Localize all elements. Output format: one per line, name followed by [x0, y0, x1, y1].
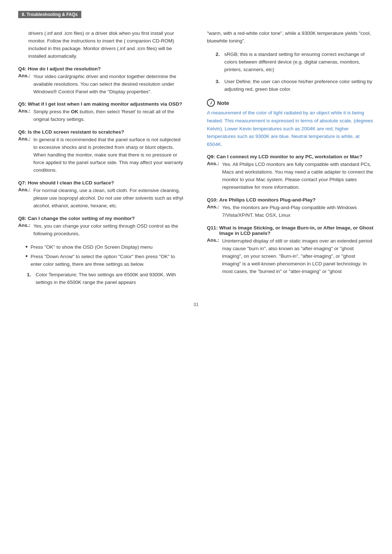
q11-ans-label: Ans.:	[207, 237, 221, 276]
q11-block: Q11: What is Image Sticking, or Image Bu…	[207, 225, 374, 276]
numbered-list-left: 1. Color Temperature; The two settings a…	[27, 271, 185, 286]
two-column-layout: drivers (.inf and .icm files) or a drive…	[0, 30, 392, 291]
right-intro: "warm, with a red-white color tone", whi…	[207, 30, 374, 45]
q10-label: Q10:	[207, 197, 218, 203]
q8-ans-label: Ans.:	[18, 223, 32, 238]
num-label-1: 1.	[27, 271, 33, 286]
q10-question: Are Philips LCD monitors Plug-and-Play?	[219, 197, 316, 203]
num-text-1: Color Temperature; The two settings are …	[36, 271, 185, 286]
q9-ans-label: Ans.:	[207, 161, 221, 191]
q5-label: Q5:	[18, 101, 26, 107]
q4-question-line: Q4: How do I adjust the resolution?	[18, 66, 185, 72]
section-header: 8. Troubleshooting & FAQs	[18, 11, 81, 18]
q5-answer-line: Ans.: Simply press the OK button, then s…	[18, 108, 185, 123]
q8-question-line: Q8: Can I change the color setting of my…	[18, 216, 185, 221]
q7-answer: For normal cleaning, use a clean, soft c…	[33, 187, 185, 210]
q4-block: Q4: How do I adjust the resolution? Ans.…	[18, 66, 185, 96]
num-item-1: 1. Color Temperature; The two settings a…	[27, 271, 185, 286]
q4-ans-label: Ans.:	[18, 73, 32, 96]
q4-question: How do I adjust the resolution?	[28, 66, 101, 72]
page-number: 31	[0, 302, 392, 307]
q11-label: Q11:	[207, 225, 218, 236]
q7-block: Q7: How should I clean the LCD surface? …	[18, 180, 185, 210]
q8-question: Can I change the color setting of my mon…	[28, 216, 135, 221]
ok-bold: OK	[71, 109, 78, 114]
num-item-2: 2. sRGB; this is a standard setting for …	[216, 51, 374, 74]
num-label-2: 2.	[216, 51, 221, 74]
note-icon: 𝑖	[207, 99, 215, 107]
q5-block: Q5: What if I get lost when I am making …	[18, 101, 185, 123]
q6-block: Q6: Is the LCD screen resistant to scrat…	[18, 129, 185, 174]
num-text-3: User Define; the user can choose his/her…	[224, 78, 374, 93]
q8-block: Q8: Can I change the color setting of my…	[18, 216, 185, 238]
intro-text: drivers (.inf and .icm files) or a drive…	[18, 30, 185, 60]
q11-question-line: Q11: What is Image Sticking, or Image Bu…	[207, 225, 374, 236]
bullet-dot-2: •	[25, 253, 28, 268]
intro-block: drivers (.inf and .icm files) or a drive…	[18, 30, 185, 60]
q11-question: What is Image Sticking, or Image Burn-in…	[219, 225, 374, 236]
note-box: 𝑖 Note A measurement of the color of lig…	[207, 99, 374, 148]
q9-question-line: Q9: Can I connect my LCD monitor to any …	[207, 154, 374, 159]
q9-question: Can I connect my LCD monitor to any PC, …	[217, 154, 363, 159]
q8-answer-line: Ans.: Yes, you can change your color set…	[18, 223, 185, 238]
bullet-dot-1: •	[25, 244, 28, 251]
left-column: drivers (.inf and .icm files) or a drive…	[0, 30, 196, 291]
q7-question-line: Q7: How should I clean the LCD surface?	[18, 180, 185, 186]
q5-answer: Simply press the OK button, then select …	[33, 108, 185, 123]
q6-question-line: Q6: Is the LCD screen resistant to scrat…	[18, 129, 185, 135]
right-column: "warm, with a red-white color tone", whi…	[196, 30, 392, 291]
q10-answer: Yes, the monitors are Plug-and-Play comp…	[222, 204, 374, 219]
bullet-text-1: Press "OK" to show the OSD (On Screen Di…	[30, 244, 152, 251]
q6-question: Is the LCD screen resistant to scratches…	[28, 129, 124, 135]
q7-question: How should I clean the LCD surface?	[28, 180, 114, 186]
q5-question: What if I get lost when I am making moni…	[28, 101, 182, 107]
q11-answer: Uninterrupted display of still or static…	[222, 237, 374, 276]
q10-answer-line: Ans.: Yes, the monitors are Plug-and-Pla…	[207, 204, 374, 219]
q8-label: Q8:	[18, 216, 26, 221]
q9-answer: Yes. All Philips LCD monitors are fully …	[222, 161, 374, 191]
q11-answer-line: Ans.: Uninterrupted display of still or …	[207, 237, 374, 276]
num-item-3: 3. User Define; the user can choose his/…	[216, 78, 374, 93]
page: 8. Troubleshooting & FAQs drivers (.inf …	[0, 0, 392, 554]
numbered-list-right: 2. sRGB; this is a standard setting for …	[216, 51, 374, 93]
q7-ans-label: Ans.:	[18, 187, 32, 210]
right-continued-text: "warm, with a red-white color tone", whi…	[207, 30, 374, 45]
q9-label: Q9:	[207, 154, 215, 159]
num-text-2: sRGB; this is a standard setting for ens…	[224, 51, 374, 74]
q4-answer-line: Ans.: Your video card/graphic driver and…	[18, 73, 185, 96]
q4-label: Q4:	[18, 66, 26, 72]
bullet-item-2: • Press "Down Arrow" to select the optio…	[25, 253, 185, 268]
q7-label: Q7:	[18, 180, 26, 186]
note-text: A measurement of the color of light radi…	[207, 109, 374, 148]
q6-answer: In general it is recommended that the pa…	[33, 136, 185, 174]
q4-answer: Your video card/graphic driver and monit…	[33, 73, 185, 96]
note-title-text: Note	[217, 100, 229, 106]
q9-block: Q9: Can I connect my LCD monitor to any …	[207, 154, 374, 191]
q10-question-line: Q10: Are Philips LCD monitors Plug-and-P…	[207, 197, 374, 203]
num-label-3: 3.	[216, 78, 221, 93]
bullet-text-2: Press "Down Arrow" to select the option …	[30, 253, 185, 268]
q5-question-line: Q5: What if I get lost when I am making …	[18, 101, 185, 107]
q10-ans-label: Ans.:	[207, 204, 221, 219]
q6-ans-label: Ans.:	[18, 136, 32, 174]
q7-answer-line: Ans.: For normal cleaning, use a clean, …	[18, 187, 185, 210]
q6-label: Q6:	[18, 129, 26, 135]
q8-answer: Yes, you can change your color setting t…	[33, 223, 185, 238]
q9-answer-line: Ans.: Yes. All Philips LCD monitors are …	[207, 161, 374, 191]
q10-block: Q10: Are Philips LCD monitors Plug-and-P…	[207, 197, 374, 219]
bullet-list: • Press "OK" to show the OSD (On Screen …	[25, 244, 185, 269]
q5-ans-label: Ans.:	[18, 108, 32, 123]
bullet-item-1: • Press "OK" to show the OSD (On Screen …	[25, 244, 185, 251]
q6-answer-line: Ans.: In general it is recommended that …	[18, 136, 185, 174]
note-title-line: 𝑖 Note	[207, 99, 374, 107]
